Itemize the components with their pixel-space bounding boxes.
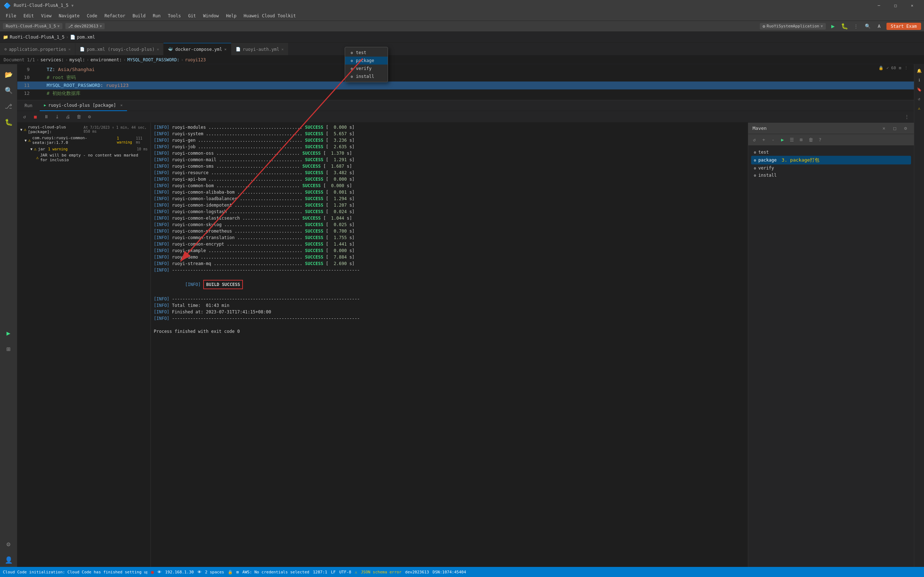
- minimize-button[interactable]: ─: [871, 0, 887, 11]
- menu-run[interactable]: Run: [150, 13, 163, 19]
- maven-test[interactable]: ⚙ test: [751, 148, 911, 156]
- sidebar-extensions[interactable]: [2, 310, 16, 324]
- rerun-button[interactable]: ↺: [20, 113, 29, 121]
- status-branch[interactable]: dev2023613: [405, 570, 429, 574]
- console-panel[interactable]: [INFO] ruoyi-modules ...................…: [151, 122, 748, 567]
- ctx-icon-verify: ⚙: [351, 67, 353, 71]
- maven-maximize-btn[interactable]: □: [891, 124, 899, 132]
- pause-build[interactable]: ⏸: [42, 113, 50, 121]
- ctx-label-verify: verify: [356, 66, 372, 71]
- split-editor-icon[interactable]: ⊞: [899, 66, 901, 70]
- tab-pom-xml[interactable]: 📄 pom.xml (ruoyi-cloud-plus) ✕: [76, 43, 164, 55]
- more-options-btn[interactable]: ⋮: [902, 113, 911, 121]
- rmini-info[interactable]: ℹ: [916, 76, 923, 84]
- maven-clear[interactable]: 🗑: [807, 136, 815, 144]
- sidebar-git[interactable]: ⎇: [2, 99, 16, 113]
- tab-close-3[interactable]: ✕: [281, 47, 284, 51]
- menu-view[interactable]: View: [38, 13, 55, 19]
- maven-verify[interactable]: ⚙ verify: [751, 164, 911, 172]
- tab-run[interactable]: Run: [20, 100, 37, 111]
- status-spaces[interactable]: 2 spaces: [205, 570, 224, 574]
- tab-ruoyi-auth[interactable]: 📄 ruoyi-auth.yml ✕: [231, 43, 288, 55]
- status-position[interactable]: 1287:1: [313, 570, 327, 574]
- rmini-refresh[interactable]: ↺: [916, 95, 923, 102]
- sidebar-terminal[interactable]: ⊞: [2, 342, 16, 356]
- tab-package-label: ruoyi-cloud-plus [package]: [48, 103, 116, 108]
- project-selector[interactable]: RuoYi-Cloud-PlusA_1_5 ▼: [3, 23, 63, 29]
- menu-tools[interactable]: Tools: [165, 13, 184, 19]
- run-app-selector[interactable]: ⚙ RuoYiSystemApplication ▼: [760, 23, 826, 29]
- settings-button[interactable]: ⚙: [85, 113, 94, 121]
- rmini-warning[interactable]: ⚠: [916, 105, 923, 112]
- ctx-package[interactable]: ⚙ package: [345, 56, 388, 64]
- close-button[interactable]: ✕: [904, 0, 921, 11]
- maven-toggle[interactable]: ⊞: [797, 136, 805, 144]
- debug-button[interactable]: 🐛: [840, 22, 849, 31]
- maven-package[interactable]: ⚙ package 3. package打包: [751, 156, 911, 164]
- menu-file[interactable]: File: [3, 13, 19, 19]
- print-button[interactable]: 🖨: [63, 113, 72, 121]
- more-run-options[interactable]: ⋮: [852, 22, 861, 31]
- status-json-error[interactable]: JSON schema error: [361, 570, 402, 574]
- menu-build[interactable]: Build: [129, 13, 149, 19]
- search-everywhere-button[interactable]: 🔍: [863, 22, 872, 31]
- menu-navigate[interactable]: Navigate: [56, 13, 82, 19]
- tree-jar[interactable]: ▼ ⚠ jar 1 warning 10 ms: [17, 146, 150, 152]
- tab-close-0[interactable]: ✕: [69, 47, 71, 51]
- sidebar-search[interactable]: 🔍: [2, 83, 16, 97]
- status-ip[interactable]: 192.168.1.30: [165, 570, 194, 574]
- maven-refresh[interactable]: ↺: [750, 136, 758, 144]
- tree-root[interactable]: ▼ ⚠ ruoyi-cloud-plus [package]: At 7/31/…: [17, 124, 150, 135]
- sidebar-settings[interactable]: ⚙: [2, 537, 16, 551]
- menu-help[interactable]: Help: [223, 13, 239, 19]
- maven-lifecycle-btn[interactable]: ☰: [788, 136, 796, 144]
- menu-refactor[interactable]: Refactor: [102, 13, 128, 19]
- project-bc-part1[interactable]: RuoYi-Cloud-PlusA_1_5: [10, 35, 65, 40]
- tab-docker-compose[interactable]: 🐳 docker-compose.yml ✕: [163, 43, 231, 55]
- tab-close-2[interactable]: ✕: [225, 47, 227, 51]
- tree-common-seata[interactable]: ▼ ⚠ com.ruoyi:ruoyi-common-seata:jar:1.7…: [17, 135, 150, 146]
- app-logo-icon: 🔷: [3, 2, 11, 9]
- ctx-test[interactable]: ⚙ test: [345, 49, 388, 56]
- right-mini-sidebar: 🔔 ℹ 🔖 ↺ ⚠: [914, 64, 924, 567]
- status-encoding[interactable]: UTF-8: [339, 570, 351, 574]
- rmini-bookmark[interactable]: 🔖: [916, 86, 923, 93]
- maven-help[interactable]: ?: [816, 136, 824, 144]
- rmini-notifications[interactable]: 🔔: [916, 67, 923, 74]
- sidebar-explorer[interactable]: 📂: [2, 67, 16, 82]
- sidebar-account[interactable]: 👤: [2, 553, 16, 567]
- maximize-button[interactable]: □: [887, 0, 904, 11]
- project-bc-part2[interactable]: pom.xml: [77, 35, 95, 40]
- status-lf[interactable]: LF: [331, 570, 336, 574]
- status-aws[interactable]: AWS: No credentials selected: [242, 570, 309, 574]
- tree-jar-warn-label: JAR will be empty - no content was marke…: [40, 153, 148, 162]
- start-exam-button[interactable]: Start Exam: [887, 23, 921, 30]
- scroll-end[interactable]: ⤓: [53, 113, 61, 121]
- more-options-icon[interactable]: ⋮: [904, 66, 908, 70]
- menu-window[interactable]: Window: [200, 13, 221, 19]
- stop-button[interactable]: ■: [31, 113, 40, 121]
- sidebar-run2[interactable]: ▶: [2, 326, 16, 340]
- tab-application-properties[interactable]: ⚙ application.properties ✕: [0, 43, 76, 55]
- tab-package-close[interactable]: ✕: [121, 103, 123, 107]
- menu-git[interactable]: Git: [185, 13, 199, 19]
- tab-package[interactable]: ▶ ruoyi-cloud-plus [package] ✕: [40, 100, 127, 111]
- branch-selector[interactable]: ⎇ dev2023613 ▼: [65, 23, 105, 29]
- ctx-install[interactable]: ⚙ install: [345, 73, 388, 81]
- maven-install[interactable]: ⚙ install: [751, 172, 911, 179]
- menu-edit[interactable]: Edit: [21, 13, 37, 19]
- maven-remove[interactable]: -: [769, 136, 777, 144]
- maven-run[interactable]: ▶: [779, 136, 787, 144]
- maven-add[interactable]: +: [760, 136, 768, 144]
- menu-huawei[interactable]: Huawei Cloud Toolkit: [241, 13, 299, 19]
- clear-button[interactable]: 🗑: [74, 113, 83, 121]
- run-button[interactable]: ▶: [829, 22, 837, 31]
- maven-close-btn[interactable]: ✕: [880, 124, 888, 132]
- translate-button[interactable]: A: [875, 22, 884, 31]
- menu-code[interactable]: Code: [84, 13, 100, 19]
- console-line-4: [INFO] ruoyi-common-oss ................…: [154, 150, 745, 156]
- sidebar-debug[interactable]: 🐛: [2, 115, 16, 129]
- tab-close-1[interactable]: ✕: [157, 47, 159, 51]
- maven-options-btn[interactable]: ⚙: [901, 124, 909, 132]
- ctx-verify[interactable]: ⚙ verify: [345, 64, 388, 73]
